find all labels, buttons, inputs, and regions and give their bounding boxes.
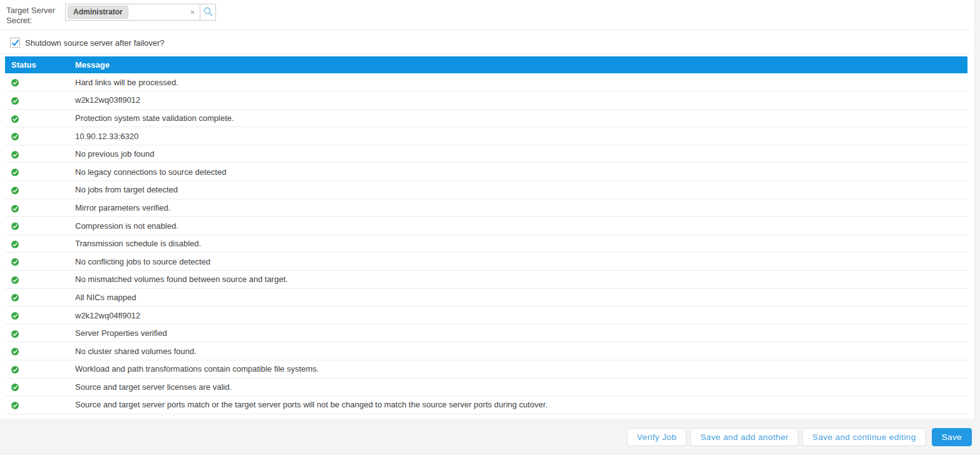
message-cell: No cluster shared volumes found. [69,342,967,360]
status-cell [5,127,69,145]
table-row: Protection system state validation compl… [5,109,967,127]
success-check-icon [11,276,19,284]
table-row: No mismatched volumes found between sour… [5,271,967,289]
validation-results-table: Status Message Hard links will be proces… [5,56,967,414]
status-cell [5,234,69,253]
table-row: w2k12wq04fl9012 [5,306,967,325]
success-check-icon [11,133,19,140]
table-row: w2k12wq03fl9012 [5,92,967,110]
status-cell [5,109,69,127]
success-check-icon [11,258,19,266]
status-cell [5,253,69,271]
table-row: No cluster shared volumes found. [5,342,967,360]
table-row: Workload and path transformations contai… [5,360,967,379]
status-cell [5,145,69,163]
message-cell: No jobs from target detected [69,181,967,199]
status-cell [5,342,69,360]
message-cell: Hard links will be processed. [69,73,967,92]
success-check-icon [11,205,19,212]
footer-action-bar: Verify Job Save and add another Save and… [0,419,980,455]
table-header-row: Status Message [5,56,967,73]
table-row: Server Properties verified [5,324,967,342]
message-cell: Source and target server ports match or … [69,396,967,414]
status-cell [5,181,69,199]
shutdown-option-row: Shutdown source server after failover? [10,35,165,50]
message-cell: Mirror parameters verified. [69,199,967,217]
message-cell: No mismatched volumes found between sour… [69,271,967,289]
message-cell: Compression is not enabled. [69,217,967,235]
message-cell: 10.90.12.33:6320 [69,127,967,145]
save-and-continue-editing-button[interactable]: Save and continue editing [802,428,926,446]
success-check-icon [11,222,19,230]
success-check-icon [11,402,19,409]
target-server-secret-widget: Administrator × [65,4,216,21]
table-row: No jobs from target detected [5,181,967,199]
success-check-icon [11,169,19,176]
table-row: Source and target server ports match or … [5,396,967,414]
status-cell [5,199,69,217]
success-check-icon [11,79,19,86]
success-check-icon [11,330,19,338]
table-row: No previous job found [5,145,967,163]
table-row: Compression is not enabled. [5,217,967,235]
selected-credential-tag: Administrator [68,6,128,19]
message-cell: Server Properties verified [69,324,967,342]
message-table-body: Hard links will be processed.w2k12wq03fl… [5,73,967,414]
status-cell [5,360,69,379]
verify-job-button[interactable]: Verify Job [627,428,686,446]
vertical-scrollbar[interactable] [974,0,980,419]
message-column-header: Message [69,56,967,73]
shutdown-checkbox[interactable] [10,38,20,48]
success-check-icon [11,241,19,248]
success-check-icon [11,151,19,159]
target-server-secret-row: Target Server Secret: Administrator × [0,0,967,30]
save-and-add-another-button[interactable]: Save and add another [690,428,798,446]
message-cell: No conflicting jobs to source detected [69,253,967,271]
clear-selection-icon[interactable]: × [188,8,196,16]
success-check-icon [11,348,19,355]
shutdown-checkbox-label: Shutdown source server after failover? [25,38,165,48]
status-column-header: Status [5,56,69,73]
credential-search-button[interactable] [200,4,216,21]
save-button[interactable]: Save [932,428,972,446]
status-cell [5,378,69,396]
success-check-icon [11,294,19,301]
success-check-icon [11,97,19,105]
status-cell [5,271,69,289]
message-cell: All NICs mapped [69,288,967,306]
success-check-icon [11,384,19,391]
table-row: 10.90.12.33:6320 [5,127,967,145]
divider [0,29,969,30]
message-cell: w2k12wq04fl9012 [69,306,967,325]
divider [0,53,969,54]
success-check-icon [11,366,19,374]
status-cell [5,306,69,325]
checkmark-icon [11,39,19,47]
table-row: Mirror parameters verified. [5,199,967,217]
table-row: No conflicting jobs to source detected [5,253,967,271]
table-row: All NICs mapped [5,288,967,306]
target-server-secret-label: Target Server Secret: [6,6,61,26]
success-check-icon [11,187,19,194]
message-cell: No legacy connections to source detected [69,163,967,181]
message-cell: Transmission schedule is disabled. [69,234,967,253]
message-cell: No previous job found [69,145,967,163]
message-cell: Protection system state validation compl… [69,109,967,127]
status-cell [5,288,69,306]
status-cell [5,217,69,235]
table-row: No legacy connections to source detected [5,163,967,181]
message-cell: Source and target server licenses are va… [69,378,967,396]
table-row: Hard links will be processed. [5,73,967,92]
message-cell: w2k12wq03fl9012 [69,92,967,110]
search-icon [203,6,214,19]
status-cell [5,396,69,414]
status-cell [5,163,69,181]
target-server-secret-input[interactable]: Administrator × [65,4,200,21]
success-check-icon [11,115,19,123]
message-cell: Workload and path transformations contai… [69,360,967,379]
status-cell [5,324,69,342]
success-check-icon [11,312,19,320]
status-cell [5,92,69,110]
table-row: Source and target server licenses are va… [5,378,967,396]
table-row: Transmission schedule is disabled. [5,234,967,253]
